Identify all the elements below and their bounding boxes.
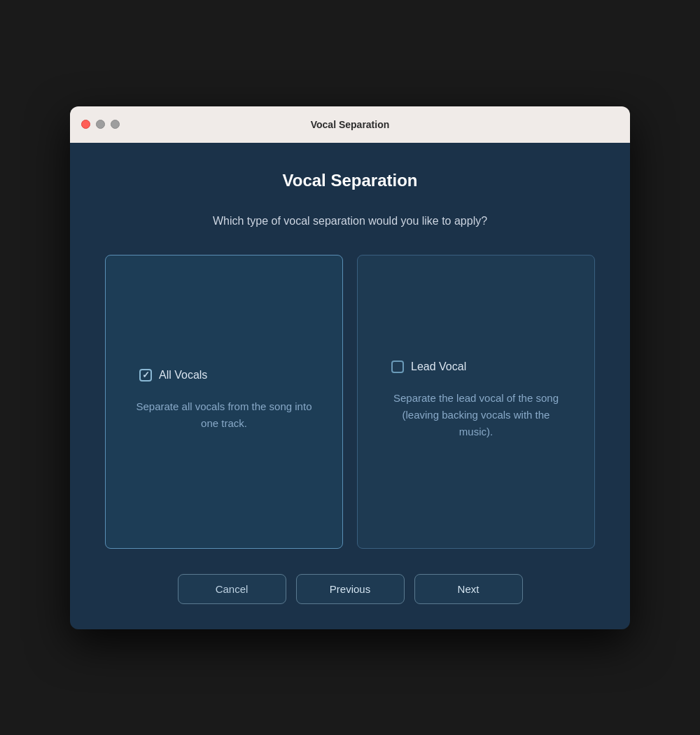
maximize-button[interactable] — [111, 120, 120, 129]
lead-vocal-header: Lead Vocal — [391, 360, 466, 373]
options-row: All Vocals Separate all vocals from the … — [105, 255, 595, 549]
lead-vocal-checkbox[interactable] — [391, 360, 404, 373]
subtitle-text: Which type of vocal separation would you… — [105, 213, 595, 230]
traffic-lights — [81, 120, 120, 129]
button-row: Cancel Previous Next — [105, 574, 595, 604]
all-vocals-checkbox[interactable] — [139, 369, 152, 382]
main-title: Vocal Separation — [105, 171, 595, 190]
all-vocals-label: All Vocals — [159, 369, 207, 382]
minimize-button[interactable] — [96, 120, 105, 129]
next-button[interactable]: Next — [414, 574, 523, 604]
cancel-button[interactable]: Cancel — [178, 574, 286, 604]
option-card-all-vocals[interactable]: All Vocals Separate all vocals from the … — [105, 255, 343, 549]
previous-button[interactable]: Previous — [296, 574, 405, 604]
title-bar: Vocal Separation — [70, 106, 630, 143]
close-button[interactable] — [81, 120, 90, 129]
all-vocals-description: Separate all vocals from the song into o… — [128, 398, 320, 432]
option-card-lead-vocal[interactable]: Lead Vocal Separate the lead vocal of th… — [357, 255, 595, 549]
lead-vocal-label: Lead Vocal — [411, 360, 466, 373]
all-vocals-header: All Vocals — [139, 369, 207, 382]
modal-window: Vocal Separation Vocal Separation Which … — [70, 106, 630, 629]
window-body: Vocal Separation Which type of vocal sep… — [70, 143, 630, 629]
lead-vocal-description: Separate the lead vocal of the song (lea… — [380, 390, 572, 440]
title-bar-title: Vocal Separation — [311, 119, 390, 130]
